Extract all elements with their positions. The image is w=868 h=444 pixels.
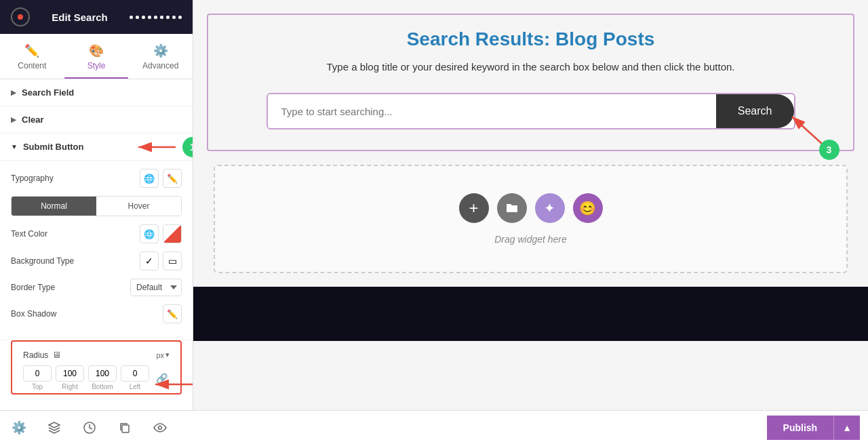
bg-type-gradient-btn[interactable]: ▭: [163, 251, 182, 270]
publish-button[interactable]: Publish: [767, 416, 834, 440]
search-field-section[interactable]: ▶ Search Field: [0, 79, 193, 106]
submit-button-section[interactable]: ▼ Submit Button: [0, 134, 193, 161]
radius-right-input[interactable]: [56, 365, 84, 382]
emoji-widget-btn[interactable]: 😊: [573, 193, 603, 223]
clear-section[interactable]: ▶ Clear: [0, 106, 193, 134]
search-widget-container: Search Results: Blog Posts Type a blog t…: [207, 14, 854, 151]
box-shadow-label: Box Shadow: [11, 309, 56, 319]
submit-button-label: Submit Button: [23, 142, 84, 152]
tab-style-label: Style: [87, 61, 106, 70]
folder-icon: [505, 203, 519, 214]
border-type-label: Border Type: [11, 283, 55, 292]
typography-controls: 🌐 ✏️: [140, 169, 182, 188]
background-type-row: Background Type ✓ ▭: [11, 251, 182, 270]
radius-bottom-group: Bottom: [88, 365, 117, 390]
radius-left-label: Left: [130, 383, 141, 390]
radius-top-input[interactable]: [23, 365, 52, 382]
widget-drop-area: + ✦ 😊 Drag widget here: [214, 165, 848, 273]
radius-label-group: Radius 🖥: [23, 350, 61, 360]
radius-section: Radius 🖥 px ▾ Top: [11, 340, 182, 395]
px-chevron: ▾: [165, 350, 170, 359]
typography-edit-btn[interactable]: ✏️: [163, 169, 182, 188]
annotation-3-label: 3: [827, 144, 832, 155]
clear-chevron: ▶: [11, 116, 16, 123]
sidebar-tabs: ✏️ Content 🎨 Style ⚙️ Advanced: [0, 34, 193, 79]
state-toggle: Normal Hover: [11, 196, 182, 216]
advanced-tab-icon: ⚙️: [153, 43, 168, 58]
text-color-label: Text Color: [11, 229, 47, 239]
normal-toggle-btn[interactable]: Normal: [12, 197, 96, 216]
radius-top-group: Top: [23, 365, 52, 390]
radius-label: Radius: [23, 350, 48, 360]
submit-arrow-icon: ▼: [11, 143, 18, 150]
copy-icon[interactable]: [114, 417, 136, 439]
sidebar-logo: [11, 7, 30, 26]
main-content: Search Results: Blog Posts Type a blog t…: [193, 0, 868, 410]
radius-right-group: Right: [56, 365, 84, 390]
history-icon[interactable]: [79, 417, 100, 439]
layers-icon[interactable]: [43, 417, 65, 439]
search-field-chevron: ▶: [11, 89, 16, 96]
radius-inputs: Top Right Bottom Left: [23, 365, 170, 390]
background-type-controls: ✓ ▭: [140, 251, 182, 270]
background-type-label: Background Type: [11, 256, 74, 266]
text-color-controls: 🌐: [140, 224, 182, 243]
page-subtitle: Type a blog title or your desired keywor…: [222, 61, 840, 73]
clear-label: Clear: [22, 115, 44, 125]
tab-style[interactable]: 🎨 Style: [64, 34, 129, 79]
add-widget-btn[interactable]: +: [459, 193, 489, 223]
radius-header: Radius 🖥 px ▾: [23, 350, 170, 360]
border-type-row: Border Type Default None Solid Dashed: [11, 279, 182, 296]
px-selector[interactable]: px ▾: [156, 350, 170, 359]
tab-advanced-label: Advanced: [142, 61, 178, 70]
eye-icon[interactable]: [149, 417, 171, 439]
border-type-select[interactable]: Default None Solid Dashed: [130, 279, 182, 296]
publish-expand-btn[interactable]: ▲: [833, 416, 860, 440]
radius-bottom-label: Bottom: [92, 383, 113, 390]
typography-globe-btn[interactable]: 🌐: [140, 169, 159, 188]
monitor-icon[interactable]: 🖥: [52, 350, 61, 360]
style-tab-icon: 🎨: [89, 43, 104, 58]
link-icon[interactable]: 🔗: [153, 365, 170, 390]
sidebar-title: Edit Search: [52, 12, 108, 23]
radius-bottom-input[interactable]: [88, 365, 117, 382]
sidebar-header: Edit Search: [0, 0, 193, 34]
px-label: px: [156, 351, 164, 359]
drag-text: Drag widget here: [494, 234, 567, 245]
radius-left-input[interactable]: [121, 365, 149, 382]
box-shadow-edit-btn[interactable]: ✏️: [163, 304, 182, 323]
sidebar-logo-dot: [18, 14, 23, 20]
box-shadow-controls: ✏️: [163, 304, 182, 323]
bg-type-solid-btn[interactable]: ✓: [140, 251, 159, 270]
svg-rect-7: [122, 425, 129, 432]
sidebar: Edit Search ✏️ Content 🎨 Style ⚙️ Advanc…: [0, 0, 193, 410]
sidebar-body: ▶ Search Field ▶ Clear ▼ Submit Button: [0, 79, 193, 410]
submit-button-content: Typography 🌐 ✏️ Normal Hover Text Color …: [0, 161, 193, 340]
radius-left-group: Left: [121, 365, 149, 390]
text-color-swatch[interactable]: [163, 224, 182, 243]
search-button[interactable]: Search: [716, 94, 794, 128]
tab-content[interactable]: ✏️ Content: [0, 34, 64, 79]
text-color-globe-btn[interactable]: 🌐: [140, 224, 159, 243]
typography-row: Typography 🌐 ✏️: [11, 169, 182, 188]
search-widget: Search: [267, 93, 795, 129]
svg-point-8: [159, 426, 162, 429]
publish-area: Publish ▲: [767, 416, 860, 440]
search-input[interactable]: [268, 94, 716, 128]
text-color-row: Text Color 🌐: [11, 224, 182, 243]
radius-top-label: Top: [32, 383, 43, 390]
annotation-circle-3: 3: [819, 140, 840, 160]
radius-right-label: Right: [62, 383, 77, 390]
text-color-diagonal: [163, 225, 181, 243]
settings-icon[interactable]: ⚙️: [8, 417, 30, 439]
folder-widget-btn[interactable]: [497, 193, 527, 223]
tab-content-label: Content: [18, 61, 46, 70]
typography-label: Typography: [11, 174, 54, 183]
widget-buttons: + ✦ 😊: [459, 193, 603, 223]
content-tab-icon: ✏️: [24, 43, 39, 58]
tab-advanced[interactable]: ⚙️ Advanced: [128, 34, 193, 79]
box-shadow-row: Box Shadow ✏️: [11, 304, 182, 323]
hover-toggle-btn[interactable]: Hover: [96, 197, 181, 216]
sidebar-menu-icon[interactable]: [130, 16, 182, 19]
star-widget-btn[interactable]: ✦: [535, 193, 565, 223]
